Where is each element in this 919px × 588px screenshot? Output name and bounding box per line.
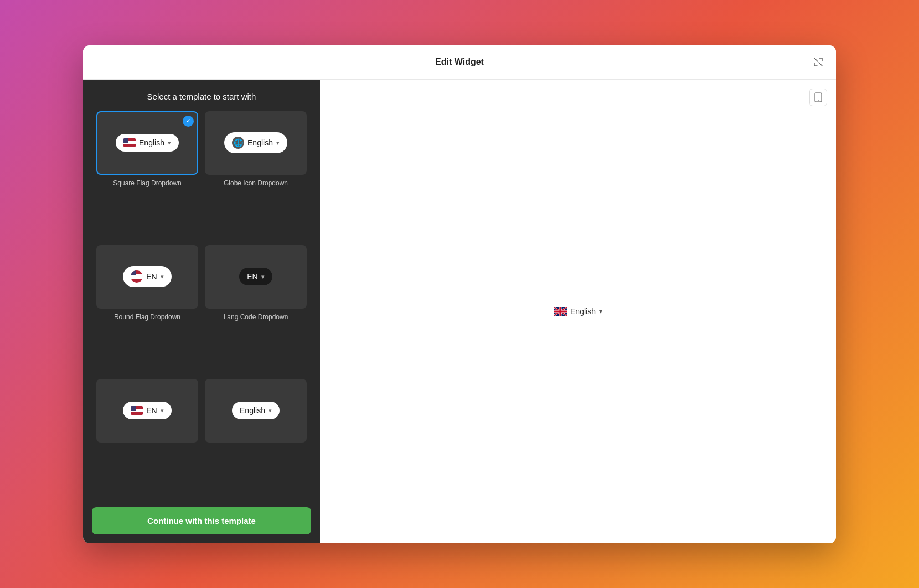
template-item-lang-code[interactable]: EN ▾ Lang Code Dropdown: [205, 245, 307, 372]
template-item-globe[interactable]: 🌐 English ▾ Globe Icon Dropdown: [205, 111, 307, 238]
us-flag-square-icon-2: [131, 406, 143, 415]
chevron-down-icon-5: ▾: [161, 407, 164, 414]
template-card-square-flag-en[interactable]: EN ▾: [96, 379, 198, 443]
template-card-round-flag[interactable]: EN ▾: [96, 245, 198, 309]
template-card-lang-code[interactable]: EN ▾: [205, 245, 307, 309]
template-item-square-flag[interactable]: ✓ English ▾ Square Flag Dropdown: [96, 111, 198, 238]
us-flag-round-icon: [131, 270, 143, 283]
square-flag-label: English: [139, 138, 164, 147]
template-label-square-flag: Square Flag Dropdown: [113, 179, 181, 187]
lang-code-label: EN: [247, 272, 257, 281]
globe-label: English: [247, 138, 273, 147]
template-item-round-flag[interactable]: EN ▾ Round Flag Dropdown: [96, 245, 198, 372]
english-text-label: English: [240, 406, 265, 415]
panel-title: Select a template to start with: [83, 80, 320, 111]
continue-button[interactable]: Continue with this template: [92, 507, 311, 534]
preview-widget[interactable]: English ▾: [554, 307, 602, 316]
left-panel: Select a template to start with ✓ Englis…: [83, 80, 320, 543]
chevron-down-icon: ▾: [168, 139, 171, 147]
preview-language-label: English: [570, 307, 596, 316]
modal-title: Edit Widget: [435, 57, 484, 67]
uk-flag-icon: [554, 307, 567, 316]
square-flag-en-dropdown-btn: EN ▾: [123, 402, 171, 419]
round-flag-label: EN: [146, 272, 157, 281]
lang-code-dropdown-btn: EN ▾: [239, 268, 272, 285]
svg-point-1: [818, 100, 819, 101]
english-text-dropdown-btn: English ▾: [232, 402, 280, 419]
expand-button[interactable]: [809, 53, 827, 71]
template-item-english-text[interactable]: English ▾: [205, 379, 307, 498]
square-flag-dropdown-btn: English ▾: [116, 134, 179, 152]
square-flag-en-label: EN: [146, 406, 157, 415]
templates-grid: ✓ English ▾ Square Flag Dropdown 🌐: [83, 111, 320, 498]
globe-icon: 🌐: [232, 137, 244, 149]
phone-view-button[interactable]: [809, 89, 827, 106]
template-label-globe: Globe Icon Dropdown: [224, 179, 288, 187]
template-item-square-flag-en[interactable]: EN ▾: [96, 379, 198, 498]
template-card-square-flag[interactable]: ✓ English ▾: [96, 111, 198, 175]
preview-chevron-icon: ▾: [599, 308, 602, 315]
globe-dropdown-btn: 🌐 English ▾: [224, 132, 287, 153]
round-flag-dropdown-btn: EN ▾: [123, 266, 171, 287]
modal-body: Select a template to start with ✓ Englis…: [83, 80, 836, 543]
right-panel: English ▾: [320, 80, 836, 543]
us-flag-square-icon: [123, 138, 136, 147]
chevron-down-icon-6: ▾: [269, 407, 272, 414]
chevron-down-icon-2: ▾: [276, 139, 280, 147]
chevron-down-icon-4: ▾: [261, 273, 265, 280]
chevron-down-icon-3: ▾: [161, 273, 164, 280]
template-label-round-flag: Round Flag Dropdown: [114, 313, 180, 321]
template-card-english-text[interactable]: English ▾: [205, 379, 307, 443]
template-label-lang-code: Lang Code Dropdown: [224, 313, 288, 321]
template-card-globe[interactable]: 🌐 English ▾: [205, 111, 307, 175]
modal-header: Edit Widget: [83, 45, 836, 80]
selected-checkmark: ✓: [183, 116, 194, 127]
edit-widget-modal: Edit Widget Select a template to start w…: [83, 45, 836, 543]
